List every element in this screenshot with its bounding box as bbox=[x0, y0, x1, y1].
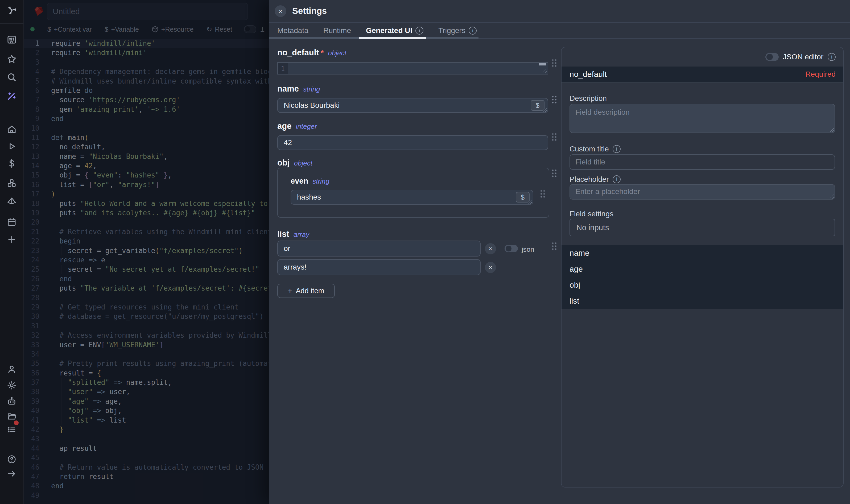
favorites-star-icon[interactable] bbox=[6, 54, 17, 65]
list-item-input[interactable] bbox=[277, 259, 481, 275]
code-line: 45 bbox=[23, 453, 269, 463]
panel-field-row[interactable]: age bbox=[562, 261, 843, 277]
code-line: 10 bbox=[23, 124, 269, 133]
list-item-input[interactable] bbox=[277, 240, 481, 256]
code-line: 8 gem 'amazing_print', '~> 1.6' bbox=[23, 105, 269, 114]
resize-handle-icon[interactable] bbox=[542, 68, 547, 73]
code-line: 21 # Retrieve variables using the Windmi… bbox=[23, 227, 269, 237]
plus-minus-icon: ± bbox=[260, 25, 265, 34]
tab-metadata[interactable]: Metadata bbox=[277, 26, 308, 35]
drag-handle[interactable] bbox=[551, 58, 557, 68]
description-label: Description bbox=[569, 94, 607, 103]
no-default-json-editor[interactable]: 1 bbox=[277, 62, 548, 74]
custom-title-label: Custom title bbox=[569, 145, 620, 153]
windmill-app: $+Context var $+Variable +Resource ↻Rese… bbox=[0, 0, 850, 504]
close-icon[interactable]: × bbox=[275, 5, 286, 17]
code-line: 46 # Return value is automatically conve… bbox=[23, 463, 269, 472]
dollar-insert-button[interactable]: $ bbox=[531, 100, 544, 111]
code-line: 4# Dependency management: declare gems i… bbox=[23, 67, 269, 76]
field-label: age bbox=[277, 121, 291, 131]
runs-play-icon[interactable] bbox=[6, 141, 17, 152]
drag-handle[interactable] bbox=[551, 132, 557, 142]
field-type: string bbox=[312, 177, 329, 185]
remove-item-icon[interactable]: × bbox=[485, 243, 496, 254]
placeholder-textarea[interactable] bbox=[569, 184, 835, 200]
reset-icon: ↻ bbox=[206, 25, 212, 34]
field-label: name bbox=[277, 84, 299, 94]
code-line: 37 "splitted" => name.split, bbox=[23, 378, 269, 387]
audit-logs-icon[interactable] bbox=[6, 424, 17, 435]
variables-dollar-icon[interactable] bbox=[6, 158, 17, 169]
user-icon[interactable] bbox=[6, 364, 17, 375]
even-value-input[interactable] bbox=[291, 190, 533, 205]
field-type: integer bbox=[296, 122, 317, 131]
description-textarea[interactable] bbox=[569, 104, 835, 133]
obj-container: even string $ bbox=[277, 168, 549, 218]
package-icon bbox=[152, 26, 159, 33]
tab-runtime[interactable]: Runtime bbox=[323, 26, 351, 35]
dollar-icon: $ bbox=[47, 25, 51, 34]
windmill-logo-icon[interactable] bbox=[6, 5, 17, 15]
field-label: no_default bbox=[277, 48, 319, 57]
code-line: 39 "age" => age, bbox=[23, 397, 269, 406]
create-plus-icon[interactable] bbox=[6, 234, 17, 245]
drag-handle[interactable] bbox=[551, 169, 557, 178]
collapse-arrow-icon[interactable] bbox=[6, 468, 17, 479]
editor-pane: $+Context var $+Variable +Resource ↻Rese… bbox=[23, 0, 269, 504]
workers-bot-icon[interactable] bbox=[6, 396, 17, 407]
json-editor-toggle[interactable] bbox=[765, 53, 779, 61]
prism-icon[interactable] bbox=[6, 195, 17, 206]
reset-button[interactable]: ↻Reset bbox=[206, 25, 232, 34]
panel-field-row[interactable]: list bbox=[562, 293, 843, 309]
add-resource-button[interactable]: +Resource bbox=[152, 25, 194, 33]
dollar-icon: $ bbox=[105, 25, 108, 34]
code-line: 9end bbox=[23, 114, 269, 124]
field-settings-panel: JSON editor no_default Required Descript… bbox=[561, 47, 844, 487]
code-line: 34 bbox=[23, 350, 269, 359]
code-line: 5# Windmill uses bundler/inline compatib… bbox=[23, 77, 269, 86]
tab-generated-ui[interactable]: Generated UI bbox=[366, 26, 423, 35]
code-line: 12 no_default, bbox=[23, 142, 269, 152]
custom-title-input[interactable] bbox=[569, 154, 835, 170]
script-name-input[interactable] bbox=[47, 3, 248, 20]
remove-item-icon[interactable]: × bbox=[485, 262, 496, 273]
drag-handle[interactable] bbox=[551, 95, 557, 104]
code-line: 32 # Access environment variables provid… bbox=[23, 331, 269, 340]
home-icon[interactable] bbox=[6, 124, 17, 134]
plus-icon: + bbox=[288, 287, 292, 295]
ai-wand-icon[interactable] bbox=[6, 90, 17, 101]
required-asterisk: * bbox=[321, 48, 324, 57]
panel-field-row[interactable]: name bbox=[562, 245, 843, 261]
add-variable-button[interactable]: $+Variable bbox=[105, 25, 139, 34]
code-line: 47 return result bbox=[23, 472, 269, 481]
settings-gear-icon[interactable] bbox=[6, 380, 17, 391]
field-type: array bbox=[293, 231, 309, 239]
help-icon[interactable] bbox=[6, 454, 17, 465]
diff-toggle[interactable] bbox=[244, 25, 256, 33]
editor-minimap-slider[interactable] bbox=[539, 63, 546, 66]
json-mode-toggle[interactable] bbox=[505, 245, 518, 252]
schedules-calendar-icon[interactable] bbox=[6, 217, 17, 227]
panel-field-row[interactable]: obj bbox=[562, 277, 843, 293]
tab-triggers[interactable]: Triggers bbox=[438, 26, 477, 35]
dollar-insert-button[interactable]: $ bbox=[516, 192, 529, 202]
code-editor[interactable]: 1require 'windmill/inline'2require 'wind… bbox=[23, 36, 269, 504]
selected-field-row[interactable]: no_default Required bbox=[562, 67, 843, 83]
code-line: 29 # Get typed resources using the mini … bbox=[23, 303, 269, 312]
sidebar-divider bbox=[0, 112, 23, 112]
drag-handle[interactable] bbox=[540, 190, 545, 199]
add-item-button[interactable]: + Add item bbox=[277, 284, 335, 298]
code-line: 19 puts "and its acolytes.. #{age} #{obj… bbox=[23, 209, 269, 218]
age-value-input[interactable] bbox=[277, 135, 548, 150]
code-line: 40 "obj" => obj, bbox=[23, 406, 269, 415]
search-icon[interactable] bbox=[6, 72, 17, 83]
code-line: 30 # database = get_resource("u/user/my_… bbox=[23, 312, 269, 321]
field-type: string bbox=[303, 85, 320, 93]
apps-icon[interactable] bbox=[6, 34, 17, 45]
resources-boxes-icon[interactable] bbox=[6, 178, 17, 188]
drag-handle[interactable] bbox=[551, 241, 557, 251]
info-icon bbox=[828, 53, 836, 61]
name-value-input[interactable] bbox=[277, 98, 548, 113]
folders-icon[interactable] bbox=[6, 411, 17, 421]
add-context-var-button[interactable]: $+Context var bbox=[47, 25, 92, 34]
